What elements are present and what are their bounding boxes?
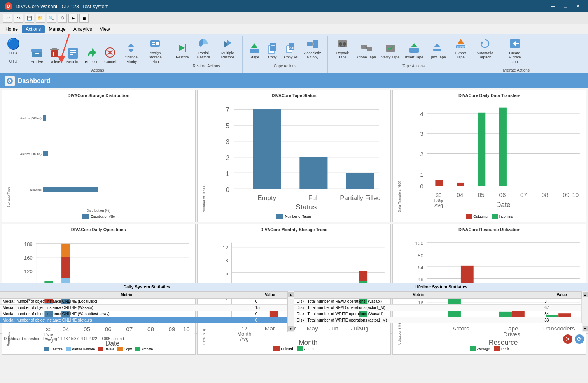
daily-scrollbar[interactable]: ▲ ▼	[287, 291, 294, 332]
ribbon-btn-change-priority[interactable]: Change Priority	[119, 40, 143, 65]
svg-rect-0	[32, 49, 42, 52]
automatic-repack-icon	[479, 37, 491, 50]
svg-line-34	[312, 42, 313, 44]
daily-col-value: Value	[253, 292, 287, 299]
ribbon-btn-assign-storage[interactable]: Assign Storage Plan	[144, 36, 167, 65]
storage-cat-3: Nearline	[10, 188, 42, 192]
svg-text:Avg: Avg	[240, 336, 248, 342]
lifetime-metric-1: Disk : Total number of READ operations (…	[294, 299, 542, 305]
tape-legend: Number of Tapes	[201, 214, 388, 219]
ribbon-btn-restore[interactable]: Restore	[173, 40, 191, 61]
daily-metric-3: Media : number of object instance ONLINE…	[0, 311, 253, 317]
qa-open[interactable]: 📁	[36, 14, 45, 23]
eject-tape-icon	[431, 42, 443, 54]
svg-text:1: 1	[420, 171, 424, 178]
repack-tape-icon	[336, 37, 349, 50]
close-button[interactable]: ✕	[572, 2, 583, 11]
ribbon-btn-export-tape[interactable]: EXPORT Export Tape	[449, 36, 472, 61]
table-row[interactable]: Media : number of object instance ONLINE…	[0, 311, 287, 317]
svg-text:100: 100	[415, 241, 424, 246]
ribbon-btn-multiple-restore[interactable]: Multiple Restore	[216, 36, 239, 61]
daily-value-2: 15	[253, 305, 287, 311]
qa-redo[interactable]: ↪	[14, 14, 23, 23]
daily-stats-scroll[interactable]: Metric Value Media : number of object in…	[0, 291, 287, 332]
svg-marker-45	[411, 43, 417, 47]
ribbon-btn-stage[interactable]: Stage	[246, 40, 263, 61]
ribbon-btn-repack-tape[interactable]: Repack Tape	[331, 36, 354, 61]
daily-value-3: 0	[253, 311, 287, 317]
copy-label: Copy	[268, 55, 276, 59]
clone-tape-label: Clone Tape	[357, 55, 376, 59]
daily-metric-4: Media : number of object instance ONLINE…	[0, 317, 253, 323]
svg-text:Status: Status	[296, 203, 317, 211]
lifetime-stats-scroll[interactable]: Metric Value Disk : Total number of READ…	[294, 291, 582, 332]
svg-marker-23	[251, 43, 257, 48]
svg-rect-3	[52, 48, 57, 49]
table-row[interactable]: Media : number of object instance ONLINE…	[0, 305, 287, 311]
ribbon-btn-otu[interactable]: 🔵 OTU	[5, 36, 22, 56]
menu-analytics[interactable]: Analytics	[70, 25, 96, 33]
lifetime-scrollbar[interactable]: ▲ ▼	[582, 291, 588, 332]
menu-actions[interactable]: Actions	[22, 25, 45, 33]
refresh-icon[interactable]: ⟳	[575, 334, 584, 344]
ribbon-btn-archive[interactable]: Archive	[28, 45, 46, 65]
ribbon-btn-require[interactable]: Require	[64, 45, 82, 65]
menu-view[interactable]: View	[96, 25, 114, 33]
table-row[interactable]: Disk : Total number of READ operations (…	[294, 299, 582, 305]
app-icon: D	[5, 2, 12, 10]
svg-rect-40	[361, 45, 367, 49]
svg-text:189: 189	[24, 241, 33, 247]
ribbon-btn-verify-tape[interactable]: Verify Tape	[379, 40, 402, 61]
svg-rect-22	[250, 49, 259, 53]
ribbon-btn-cancel[interactable]: Cancel	[102, 45, 119, 65]
ribbon-btn-copy-as[interactable]: AS Copy As	[282, 40, 300, 61]
svg-text:07: 07	[520, 192, 527, 198]
qa-settings[interactable]: ⚙	[58, 14, 67, 23]
release-label: Release	[85, 60, 98, 64]
transfers-legend: Outgoing Incoming	[396, 214, 583, 219]
table-row[interactable]: Media : number of object instance ONLINE…	[0, 317, 287, 323]
daily-value-1: 0	[253, 299, 287, 305]
qa-undo[interactable]: ↩	[3, 14, 12, 23]
ribbon-btn-clone-tape[interactable]: Clone Tape	[355, 40, 378, 61]
menu-home[interactable]: Home	[2, 25, 22, 33]
table-row[interactable]: Disk : Total number of WRITE operations …	[294, 317, 582, 323]
qa-search[interactable]: 🔍	[47, 14, 56, 23]
svg-rect-4	[50, 49, 60, 50]
svg-text:05: 05	[478, 192, 485, 198]
svg-text:160: 160	[24, 255, 33, 261]
svg-rect-124	[61, 257, 70, 277]
partial-restore-icon	[197, 37, 210, 50]
ribbon-btn-create-migrate[interactable]: Create Migrate Job	[503, 36, 527, 65]
qa-save[interactable]: 💾	[25, 14, 34, 23]
qa-play[interactable]: ▶	[68, 14, 78, 23]
ribbon-btn-eject-tape[interactable]: Eject Tape	[426, 40, 448, 61]
svg-rect-44	[410, 48, 419, 53]
minimize-button[interactable]: —	[548, 2, 558, 11]
svg-marker-16	[128, 49, 134, 53]
maximize-button[interactable]: □	[560, 2, 571, 11]
repack-tape-label: Repack Tape	[333, 51, 352, 60]
ribbon-btn-delete[interactable]: Delete	[46, 45, 63, 65]
ribbon-btn-associative-copy[interactable]: Associative Copy	[301, 36, 324, 61]
ribbon-btn-copy[interactable]: Copy	[264, 40, 281, 61]
stop-icon[interactable]: ✕	[563, 334, 572, 344]
svg-rect-92	[499, 108, 507, 186]
menu-manage[interactable]: Manage	[45, 25, 69, 33]
storage-bar-1	[43, 115, 46, 121]
svg-text:0: 0	[226, 186, 229, 193]
table-row[interactable]: Disk : Total number of READ operations (…	[294, 305, 582, 311]
ribbon-btn-release[interactable]: Release	[82, 45, 101, 65]
qa-stop[interactable]: ⏹	[79, 14, 89, 23]
table-row[interactable]: Media : number of object instance ONLINE…	[0, 299, 287, 305]
ribbon-btn-automatic-repack[interactable]: Automatic Repack	[473, 36, 497, 61]
ribbon: 🔵 OTU OTU Archive Delete	[0, 34, 588, 74]
ribbon-btn-partial-restore[interactable]: Partial Restore	[192, 36, 215, 61]
svg-text:Empty: Empty	[257, 194, 276, 202]
svg-text:2: 2	[226, 154, 229, 162]
ribbon-btn-insert-tape[interactable]: Insert Tape	[403, 40, 426, 61]
monthly-legend: Deleted Added	[201, 346, 388, 351]
storage-cat-1: Archive(Offline)	[10, 116, 42, 120]
table-row[interactable]: Disk : Total number of WRITE operations …	[294, 311, 582, 317]
svg-text:AS: AS	[289, 46, 294, 49]
